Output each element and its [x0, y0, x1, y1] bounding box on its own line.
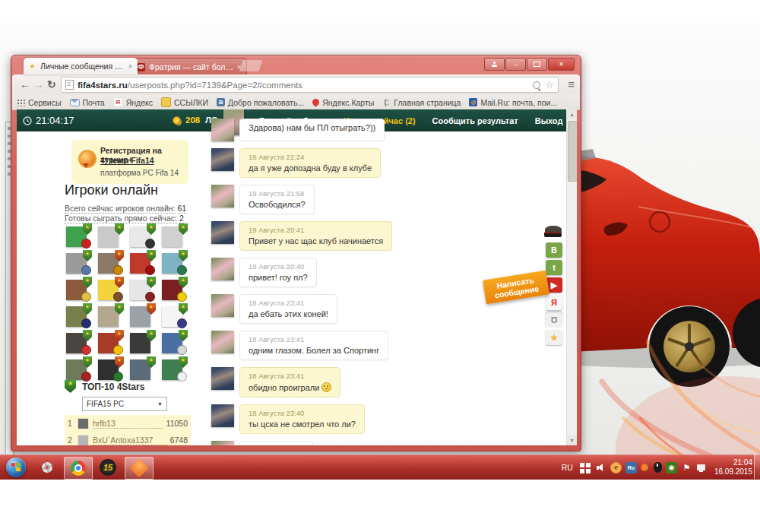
players-ready-now[interactable]: Готовы сыграть прямо сейчас:2: [65, 214, 184, 223]
message-author-avatar[interactable]: [211, 119, 234, 141]
browser-tab[interactable]: Ф Фратрия — сайт болель ✕: [131, 58, 247, 75]
fifa15-app[interactable]: 15: [94, 457, 122, 478]
online-player-avatar[interactable]: ★: [160, 278, 192, 305]
message-text: Привет у нас щас клуб начинается: [249, 236, 383, 245]
bookmark-item[interactable]: (: Главная страница: [382, 98, 461, 107]
online-player-avatar[interactable]: ★: [97, 305, 128, 331]
screen: ★ Личные сообщения rafi ✕ Ф Фратрия — са…: [0, 0, 760, 532]
page-scrollbar[interactable]: ▲ ▼: [566, 109, 577, 445]
chrome-app[interactable]: [64, 457, 93, 480]
horseshoe-icon[interactable]: Ω: [546, 312, 562, 328]
tournament-registration-box[interactable]: Регистрация на турнир+ 4* team Fifa14 пл…: [71, 140, 188, 184]
volume-icon[interactable]: [595, 462, 606, 473]
forward-button[interactable]: →: [33, 78, 44, 91]
reload-button[interactable]: ↻: [47, 78, 56, 91]
message-date: 19 Августа 20:41: [249, 226, 383, 234]
message-author-avatar[interactable]: [211, 258, 234, 280]
address-bar[interactable]: fifa4stars.ru/userposts.php?id=7139&Page…: [61, 77, 559, 93]
start-button[interactable]: [6, 458, 26, 477]
network-icon[interactable]: [696, 462, 708, 473]
online-player-avatar[interactable]: ★: [160, 225, 192, 252]
online-player-avatar[interactable]: ★: [160, 358, 192, 385]
online-player-avatar[interactable]: ★: [65, 305, 97, 331]
online-player-avatar[interactable]: ★: [160, 305, 192, 331]
origin-app[interactable]: [125, 457, 154, 480]
message-author-avatar[interactable]: [211, 148, 234, 171]
message-author-avatar[interactable]: [211, 185, 234, 207]
star-icon[interactable]: ★: [546, 330, 562, 345]
online-player-avatar[interactable]: ★: [97, 331, 128, 358]
show-desktop-button[interactable]: [754, 454, 760, 479]
club-logo-icon: [177, 345, 187, 355]
top10-platform-select[interactable]: FIFA15 PC▼: [82, 397, 167, 411]
yandex-icon[interactable]: Я: [546, 295, 562, 310]
online-player-avatar[interactable]: ★: [128, 305, 160, 331]
back-button[interactable]: ←: [20, 78, 30, 91]
scroll-down-arrow[interactable]: ▼: [567, 435, 577, 445]
tray-clock[interactable]: 21:04 16.09.2015: [714, 458, 752, 477]
online-player-avatar[interactable]: ★: [65, 252, 97, 278]
message-bubble: 19 Августа 21:58 Освободился?: [239, 185, 315, 214]
online-player-avatar[interactable]: ★: [160, 252, 192, 278]
search-icon[interactable]: [533, 81, 540, 89]
new-tab-button[interactable]: [239, 60, 263, 71]
write-message-ribbon[interactable]: Написатьсообщение: [483, 271, 549, 305]
action-center-flag-icon[interactable]: ⚑: [681, 462, 692, 473]
bookmark-item[interactable]: В Добро пожаловать...: [217, 98, 304, 107]
online-player-avatar[interactable]: ★: [65, 331, 97, 358]
scrollbar-thumb[interactable]: [568, 121, 577, 182]
bookmark-item[interactable]: Яндекс.Карты: [312, 98, 374, 107]
online-player-avatar[interactable]: ★: [65, 225, 97, 252]
mouse-utility-icon[interactable]: [654, 462, 662, 473]
bookmark-star-icon[interactable]: ☆: [545, 79, 554, 90]
bookmark-item[interactable]: Сервисы: [17, 98, 62, 107]
maximize-button[interactable]: [527, 58, 547, 71]
message-author-avatar[interactable]: [211, 404, 234, 427]
tab-close-icon[interactable]: ✕: [128, 63, 133, 70]
players-online-total[interactable]: Всего сейчас игроков онлайн:61: [65, 204, 186, 213]
language-indicator[interactable]: RU: [562, 463, 573, 472]
bookmark-item[interactable]: ССЫЛКИ: [161, 97, 208, 107]
online-player-avatar[interactable]: ★: [160, 331, 192, 358]
message: 18 Августа 23:41 да ебать этих коней!: [211, 294, 439, 324]
vk-icon[interactable]: В: [546, 242, 562, 258]
scroll-up-arrow[interactable]: ▲: [567, 109, 577, 119]
twitter-icon[interactable]: t: [546, 260, 562, 275]
military-cap-icon[interactable]: [544, 225, 562, 239]
online-player-avatar[interactable]: ★: [128, 252, 160, 278]
message-author-avatar[interactable]: [211, 367, 234, 390]
tournament-link[interactable]: 4* team Fifa14: [100, 156, 154, 165]
header-nav-item[interactable]: Выход: [535, 116, 563, 125]
online-player-avatar[interactable]: ★: [128, 225, 160, 252]
message-author-avatar[interactable]: [211, 331, 234, 353]
message-author-avatar[interactable]: [211, 441, 234, 445]
player-name-link[interactable]: hrfb13: [93, 419, 163, 429]
bookmark-item[interactable]: Я Яндекс: [113, 97, 153, 107]
player-name-link[interactable]: BxU`Antoxa1337: [93, 435, 167, 445]
coins-balance[interactable]: 208: [173, 116, 200, 125]
club-logo-icon: [145, 292, 155, 302]
profile-button[interactable]: [484, 58, 505, 71]
nvidia-icon[interactable]: ◉: [666, 462, 677, 473]
minimize-button[interactable]: –: [505, 58, 526, 71]
close-button[interactable]: ✕: [548, 58, 575, 71]
gear-app[interactable]: [33, 457, 61, 478]
online-player-avatar[interactable]: ★: [128, 278, 160, 305]
header-nav-item[interactable]: Сообщить результат: [432, 116, 518, 125]
online-player-avatar[interactable]: ★: [65, 278, 97, 305]
bookmark-item[interactable]: @ Mail.Ru: почта, пои...: [469, 98, 557, 107]
hidden-icons-grid-icon[interactable]: [580, 462, 591, 473]
orange-dot-icon[interactable]: [641, 464, 648, 471]
chrome-menu-icon[interactable]: ≡: [568, 78, 575, 90]
online-player-avatar[interactable]: ★: [97, 225, 128, 252]
bookmark-item[interactable]: Почта: [70, 98, 105, 107]
online-player-avatar[interactable]: ★: [97, 252, 128, 278]
eset-icon[interactable]: e: [610, 462, 622, 473]
message-author-avatar[interactable]: [211, 294, 234, 317]
browser-tab[interactable]: ★ Личные сообщения rafi ✕: [24, 58, 138, 74]
bookmark-icon: [17, 98, 25, 106]
message-author-avatar[interactable]: [211, 221, 234, 244]
online-player-avatar[interactable]: ★: [97, 278, 128, 305]
online-player-avatar[interactable]: ★: [128, 331, 160, 358]
punto-switcher-icon[interactable]: Ru: [625, 462, 637, 473]
